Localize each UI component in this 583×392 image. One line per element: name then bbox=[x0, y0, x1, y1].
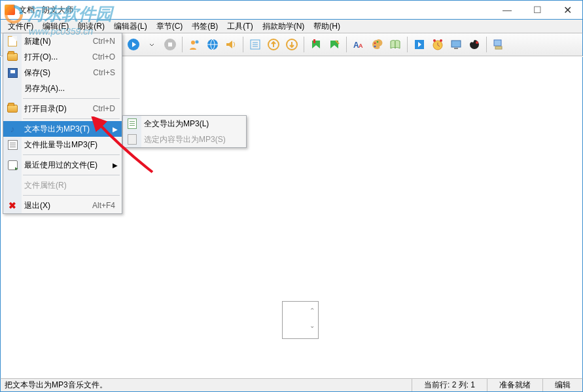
file-menu-label: 打开目录(D) bbox=[24, 103, 87, 115]
tb-play-icon[interactable] bbox=[125, 36, 142, 53]
file-menu-item-12: 文件属性(R) bbox=[3, 177, 122, 193]
status-mode: 编辑 bbox=[542, 379, 582, 391]
menu-bookmark[interactable]: 书签(B) bbox=[187, 20, 222, 33]
sub-menu-label: 全文导出为MP3(L) bbox=[144, 118, 236, 130]
file-menu-item-10[interactable]: 最近使用过的文件(E)▶ bbox=[3, 157, 122, 173]
file-menu-item-14[interactable]: ✖退出(X)Alt+F4 bbox=[3, 198, 122, 213]
menu-bar: 文件(F) 编辑(E) 朗读(R) 编辑器(L) 章节(C) 书签(B) 工具(… bbox=[0, 20, 583, 33]
float-panel[interactable]: ⌃ ⌄ bbox=[282, 301, 319, 339]
svg-point-31 bbox=[476, 41, 478, 44]
spin-down-icon[interactable]: ⌄ bbox=[309, 322, 315, 329]
tb-bookmark2-icon[interactable] bbox=[326, 36, 343, 53]
menu-editor[interactable]: 编辑器(L) bbox=[109, 20, 152, 33]
title-bar: 文档 - 朗文大师 — ☐ ✕ bbox=[0, 0, 583, 20]
blank-icon bbox=[7, 82, 18, 94]
tb-clock-icon[interactable] bbox=[429, 36, 446, 53]
toolbar-separator bbox=[486, 37, 487, 52]
menu-chapter[interactable]: 章节(C) bbox=[152, 20, 188, 33]
tb-voice-icon[interactable] bbox=[186, 36, 203, 53]
file-menu-label: 最近使用过的文件(E) bbox=[24, 160, 97, 171]
tb-globe-icon[interactable] bbox=[204, 36, 221, 53]
file-menu-label: 文本导出为MP3(T) bbox=[24, 124, 90, 135]
file-menu-item-5[interactable]: 打开目录(D)Ctrl+D bbox=[3, 101, 122, 116]
file-menu-label: 另存为(A)... bbox=[24, 83, 87, 94]
window-title: 文档 - 朗文大师 bbox=[19, 5, 73, 16]
file-menu-item-3[interactable]: 另存为(A)... bbox=[3, 80, 122, 96]
svg-rect-33 bbox=[495, 46, 502, 49]
toolbar-separator bbox=[182, 37, 183, 52]
file-menu-item-8[interactable]: 文件批量导出MP3(F) bbox=[3, 137, 122, 152]
tb-monitor-icon[interactable] bbox=[448, 36, 465, 53]
status-ready: 准备就绪 bbox=[487, 379, 542, 391]
ic-exit-icon: ✖ bbox=[7, 200, 18, 211]
menu-tools[interactable]: 工具(T) bbox=[222, 20, 257, 33]
svg-rect-32 bbox=[494, 40, 501, 46]
sub-menu-item-0[interactable]: 全文导出为MP3(L) bbox=[123, 116, 246, 132]
menu-help[interactable]: 帮助(H) bbox=[309, 20, 345, 33]
ic-music-icon: ♪ bbox=[7, 123, 18, 135]
blank-icon bbox=[7, 179, 18, 191]
toolbar-separator bbox=[346, 37, 347, 52]
svg-point-22 bbox=[374, 43, 376, 45]
file-menu-label: 退出(X) bbox=[24, 200, 87, 211]
tb-palette-icon[interactable] bbox=[368, 36, 385, 53]
file-menu-item-2[interactable]: 保存(S)Ctrl+S bbox=[3, 65, 122, 80]
svg-point-23 bbox=[377, 41, 379, 43]
file-menu-shortcut: Ctrl+S bbox=[93, 68, 115, 77]
file-menu-shortcut: Ctrl+D bbox=[93, 104, 115, 113]
svg-rect-30 bbox=[454, 48, 458, 49]
status-bar: 把文本导出为MP3音乐文件。 当前行: 2 列: 1 准备就绪 编辑 bbox=[0, 378, 583, 392]
menu-read[interactable]: 朗读(R) bbox=[73, 20, 109, 33]
tb-list-icon[interactable] bbox=[247, 36, 264, 53]
ic-recent-icon bbox=[7, 159, 18, 171]
svg-point-24 bbox=[374, 46, 376, 48]
export-mp3-submenu: 全文导出为MP3(L)选定内容导出为MP3(S) bbox=[122, 115, 247, 148]
tb-down-icon[interactable] bbox=[283, 36, 300, 53]
file-menu-item-1[interactable]: 打开(O)...Ctrl+O bbox=[3, 49, 122, 65]
submenu-arrow-icon: ▶ bbox=[113, 162, 118, 169]
minimize-button[interactable]: — bbox=[492, 1, 522, 19]
file-menu: 新建(N)Ctrl+N打开(O)...Ctrl+O保存(S)Ctrl+S另存为(… bbox=[3, 33, 122, 214]
status-position: 当前行: 2 列: 1 bbox=[412, 379, 487, 391]
toolbar-separator bbox=[304, 37, 304, 52]
ic-open-icon bbox=[7, 103, 18, 115]
ic-batch-icon bbox=[7, 139, 18, 151]
tb-book-icon[interactable] bbox=[387, 36, 404, 53]
toolbar-separator bbox=[407, 37, 408, 52]
svg-point-27 bbox=[433, 39, 436, 42]
file-menu-item-7[interactable]: ♪文本导出为MP3(T)▶ bbox=[3, 121, 122, 137]
tb-font-icon[interactable]: AA bbox=[350, 36, 367, 53]
file-menu-item-0[interactable]: 新建(N)Ctrl+N bbox=[3, 33, 122, 49]
tb-bookmark-icon[interactable] bbox=[308, 36, 325, 53]
tb-stop-icon[interactable] bbox=[162, 36, 179, 53]
status-hint: 把文本导出为MP3音乐文件。 bbox=[1, 380, 412, 391]
ic-open-icon bbox=[7, 51, 18, 63]
app-icon bbox=[5, 5, 15, 15]
menu-edit[interactable]: 编辑(E) bbox=[38, 20, 73, 33]
sub-menu-label: 选定内容导出为MP3(S) bbox=[144, 134, 236, 145]
maximize-button[interactable]: ☐ bbox=[522, 1, 552, 19]
close-button[interactable]: ✕ bbox=[552, 1, 582, 19]
file-menu-shortcut: Ctrl+N bbox=[93, 37, 115, 46]
ic-sel-icon bbox=[126, 134, 138, 145]
tb-speaker-icon[interactable] bbox=[222, 36, 239, 53]
tb-swirl-icon[interactable] bbox=[466, 36, 483, 53]
tb-up-icon[interactable] bbox=[265, 36, 282, 53]
tb-computer-icon[interactable] bbox=[490, 36, 507, 53]
ic-save-icon bbox=[7, 67, 18, 79]
tb-play-dropdown-icon[interactable] bbox=[143, 36, 160, 53]
svg-text:A: A bbox=[359, 43, 363, 49]
file-menu-label: 打开(O)... bbox=[24, 52, 87, 63]
svg-rect-19 bbox=[313, 39, 315, 43]
tb-next-icon[interactable] bbox=[411, 36, 428, 53]
spin-up-icon[interactable]: ⌃ bbox=[309, 307, 315, 314]
toolbar-separator bbox=[243, 37, 243, 52]
file-menu-shortcut: Alt+F4 bbox=[92, 201, 115, 210]
svg-rect-29 bbox=[451, 41, 461, 47]
svg-point-14 bbox=[196, 41, 199, 44]
file-menu-label: 保存(S) bbox=[24, 67, 87, 79]
svg-point-28 bbox=[440, 39, 442, 42]
menu-file[interactable]: 文件(F) bbox=[3, 20, 38, 33]
menu-donate[interactable]: 捐款助学(N) bbox=[258, 20, 309, 33]
svg-rect-12 bbox=[168, 43, 172, 46]
